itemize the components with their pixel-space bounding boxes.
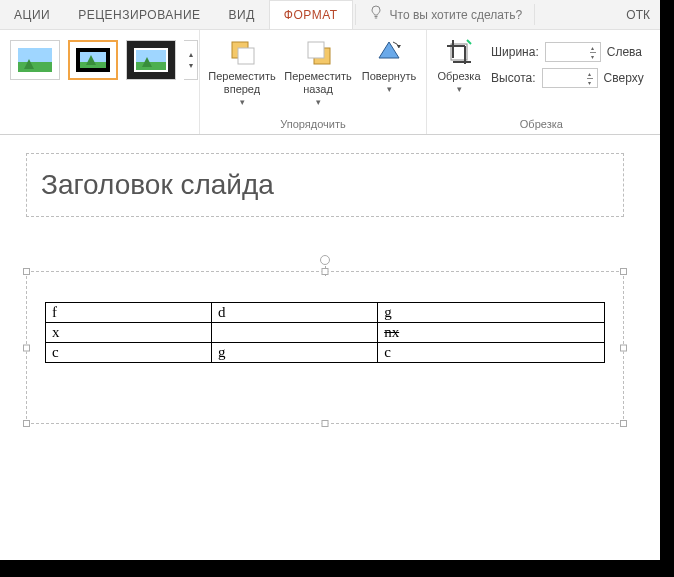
tab-separator [355,4,356,25]
top-label: Сверху [604,71,644,85]
app-window: АЦИИ РЕЦЕНЗИРОВАНИЕ ВИД ФОРМАТ Что вы хо… [0,0,660,560]
crop-icon [443,36,475,68]
dropdown-icon: ▾ [316,96,321,109]
group-label-arrange: Упорядочить [206,116,420,134]
height-label: Высота: [491,71,536,85]
tell-me-placeholder: Что вы хотите сделать? [390,8,523,22]
table-cell[interactable]: g [212,343,378,363]
selected-object-wrap: f d g x nx c g c [26,271,624,424]
crop-label: Обрезка [437,70,480,83]
group-arrange: Переместить вперед ▾ Переместить назад ▾… [200,30,427,134]
bring-forward-icon [226,36,258,68]
resize-handle-bl[interactable] [23,420,30,427]
picture-style-1[interactable] [10,40,60,80]
dropdown-icon: ▾ [387,83,392,96]
resize-handle-bm[interactable] [322,420,329,427]
left-label: Слева [607,45,642,59]
svg-rect-3 [308,42,324,58]
selection-frame[interactable]: f d g x nx c g c [26,271,624,424]
resize-handle-br[interactable] [620,420,627,427]
group-crop: Обрезка ▾ Ширина: ▴▾ Слева Высота: ▴▾ Св… [427,30,656,134]
table-cell[interactable] [212,323,378,343]
rotate-label: Повернуть [362,70,416,83]
table-row[interactable]: c g c [46,343,605,363]
slide[interactable]: Заголовок слайда f d [8,153,642,553]
resize-handle-tr[interactable] [620,268,627,275]
slide-workspace[interactable]: Заголовок слайда f d [0,135,660,560]
picture-style-3[interactable] [126,40,176,80]
bring-forward-label: Переместить вперед [208,70,276,96]
size-controls: Ширина: ▴▾ Слева Высота: ▴▾ Сверху [489,34,650,88]
tab-right-partial[interactable]: ОТК [616,0,660,29]
ribbon-tabstrip: АЦИИ РЕЦЕНЗИРОВАНИЕ ВИД ФОРМАТ Что вы хо… [0,0,660,30]
send-backward-icon [302,36,334,68]
tab-review[interactable]: РЕЦЕНЗИРОВАНИЕ [64,0,214,29]
tell-me-search[interactable]: Что вы хотите сделать? [358,0,533,29]
rotation-handle[interactable] [320,255,330,265]
table-cell[interactable]: f [46,303,212,323]
width-spinner[interactable]: ▴▾ [545,42,601,62]
table-row[interactable]: x nx [46,323,605,343]
table-cell[interactable]: c [46,343,212,363]
title-placeholder[interactable]: Заголовок слайда [26,153,624,217]
ribbon: ▴ ▾ Переместить вперед ▾ [0,30,660,135]
table-cell[interactable]: g [378,303,605,323]
rotate-icon [373,36,405,68]
crop-button[interactable]: Обрезка ▾ [433,34,485,98]
tab-view[interactable]: ВИД [215,0,269,29]
tab-animations[interactable]: АЦИИ [0,0,64,29]
send-backward-label: Переместить назад [284,70,352,96]
resize-handle-ml[interactable] [23,344,30,351]
tab-separator-2 [534,4,535,25]
picture-style-2[interactable] [68,40,118,80]
width-label: Ширина: [491,45,539,59]
send-backward-button[interactable]: Переместить назад ▾ [282,34,354,111]
table-cell[interactable]: x [46,323,212,343]
table-row[interactable]: f d g [46,303,605,323]
gallery-more-button[interactable]: ▴ ▾ [184,40,198,80]
bring-forward-button[interactable]: Переместить вперед ▾ [206,34,278,111]
chevron-down-icon: ▾ [189,61,193,70]
rotate-button[interactable]: Повернуть ▾ [358,34,420,98]
group-picture-styles: ▴ ▾ [0,30,200,134]
resize-handle-tl[interactable] [23,268,30,275]
group-label-styles [6,116,193,134]
svg-rect-1 [238,48,254,64]
height-spinner[interactable]: ▴▾ [542,68,598,88]
resize-handle-tm[interactable] [322,268,329,275]
table-cell[interactable]: nx [378,323,605,343]
group-label-crop: Обрезка [433,116,650,134]
title-text[interactable]: Заголовок слайда [41,169,274,201]
tab-format[interactable]: ФОРМАТ [269,0,353,29]
slide-table[interactable]: f d g x nx c g c [45,302,605,363]
table-cell[interactable]: c [378,343,605,363]
picture-styles-gallery[interactable]: ▴ ▾ [6,34,202,80]
dropdown-icon: ▾ [457,83,462,96]
resize-handle-mr[interactable] [620,344,627,351]
chevron-up-icon: ▴ [189,50,193,59]
lightbulb-icon [368,5,384,24]
dropdown-icon: ▾ [240,96,245,109]
table-cell[interactable]: d [212,303,378,323]
